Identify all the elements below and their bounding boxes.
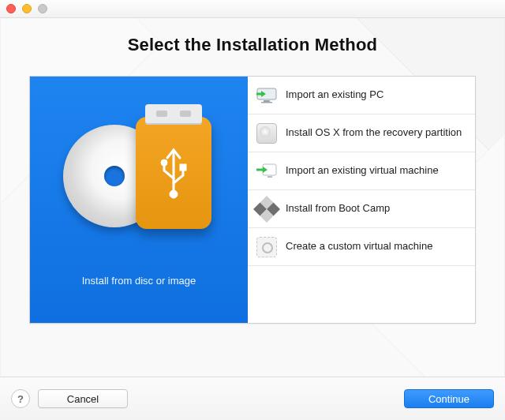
option-import-existing-pc[interactable]: Import an existing PC [248, 77, 475, 114]
svg-rect-5 [264, 100, 270, 102]
option-label: Create a custom virtual machine [286, 240, 432, 253]
option-label: Import an existing virtual machine [286, 164, 439, 177]
option-create-custom-vm[interactable]: Create a custom virtual machine [248, 228, 475, 266]
custom-vm-icon [256, 236, 278, 258]
option-import-existing-vm[interactable]: Import an existing virtual machine [248, 152, 475, 190]
continue-button[interactable]: Continue [404, 389, 494, 408]
help-button[interactable]: ? [11, 389, 30, 408]
option-install-osx-recovery[interactable]: Install OS X from the recovery partition [248, 114, 475, 152]
selected-method-caption: Install from disc or image [82, 275, 196, 287]
installation-options-list: Import an existing PC Install OS X from … [248, 77, 475, 323]
page-title: Select the Installation Method [128, 35, 377, 55]
svg-rect-6 [261, 102, 272, 103]
option-label: Install from Boot Camp [286, 202, 390, 215]
selected-method-preview: Install from disc or image [30, 77, 248, 323]
disc-and-usb-icon [68, 107, 210, 249]
main-content: Select the Installation Method [0, 17, 505, 377]
monitor-import-icon [256, 84, 278, 107]
dialog-footer: ? Cancel Continue [0, 377, 505, 420]
svg-rect-9 [267, 176, 272, 178]
usb-icon [156, 145, 191, 201]
cancel-button[interactable]: Cancel [38, 389, 128, 408]
installation-method-panel: Install from disc or image Import an exi… [29, 76, 476, 324]
svg-rect-3 [180, 164, 186, 171]
close-window-button[interactable] [6, 4, 16, 13]
option-install-boot-camp[interactable]: Install from Boot Camp [248, 190, 475, 228]
option-label: Install OS X from the recovery partition [286, 126, 462, 139]
zoom-window-button[interactable] [38, 4, 47, 13]
import-vm-icon [256, 160, 278, 182]
option-label: Import an existing PC [286, 88, 383, 101]
svg-point-2 [161, 159, 167, 166]
harddrive-icon [256, 122, 278, 144]
bootcamp-icon [256, 198, 278, 220]
window-titlebar [0, 0, 505, 18]
minimize-window-button[interactable] [22, 4, 32, 13]
svg-point-1 [170, 190, 178, 198]
